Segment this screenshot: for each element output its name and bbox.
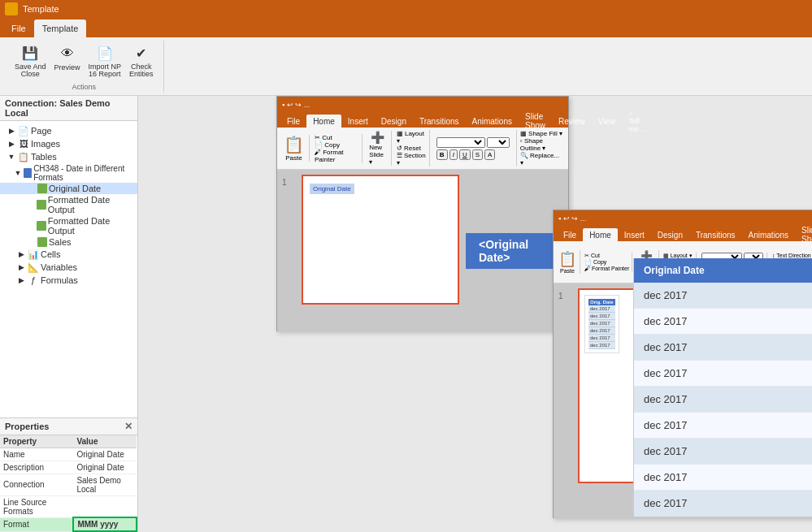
ppt1-cut-btn[interactable]: ✂ Cut: [315, 134, 358, 141]
ppt1-copy-btn[interactable]: 📄 Copy: [315, 141, 358, 149]
tree-item-original-date[interactable]: Original Date: [0, 183, 137, 194]
tree-item-sales[interactable]: Sales: [0, 236, 137, 248]
preview-label: Preview: [54, 63, 80, 71]
ppt1-paste-group: 📋 Paste: [279, 135, 310, 162]
ppt2-copy-btn[interactable]: 📄 Copy: [584, 259, 629, 266]
ppt1-italic-btn[interactable]: I: [449, 149, 458, 160]
ppt1-section-btn[interactable]: ☰ Section ▾: [397, 152, 426, 167]
ppt2-ribbon-tabs: File Home Insert Design Transitions Anim…: [554, 227, 812, 241]
ppt2-tab-animations[interactable]: Animations: [742, 228, 795, 241]
formatted2-icon: [37, 221, 46, 231]
data-table-header: Original Date: [634, 258, 812, 283]
ppt2-title-bar: ▪ ↩ ↪ ...: [554, 210, 812, 227]
data-cell-9: dec 2017: [634, 491, 812, 517]
tree-item-cells[interactable]: ▶ 📊 Cells: [0, 248, 137, 261]
mini-cell-2: dec 2017: [588, 313, 615, 320]
ppt1-paste-icon[interactable]: 📋: [284, 135, 304, 154]
ppt2-cut-btn[interactable]: ✂ Cut: [584, 253, 629, 259]
ppt1-shape-outline-btn[interactable]: ▫ Shape Outline ▾: [520, 137, 563, 152]
ppt2-format-btn[interactable]: 🖌 Format Painter: [584, 266, 629, 271]
tab-file[interactable]: File: [3, 19, 34, 37]
data-cell-1: dec 2017: [634, 283, 812, 309]
prop-format-value[interactable]: MMM yyyy: [73, 517, 137, 531]
main-layout: Connection: Sales Demo Local ▶ 📄 Page ▶ …: [0, 96, 812, 532]
mini-row-2: dec 2017: [588, 313, 615, 320]
prop-row-format: Format MMM yyyy: [0, 517, 137, 531]
ppt1-tab-animations[interactable]: Animations: [466, 115, 519, 128]
ppt1-replace-btn[interactable]: 🔍 Replace... ▾: [520, 152, 563, 167]
ppt2-tab-design[interactable]: Design: [651, 228, 689, 241]
tree-item-ch348[interactable]: ▼ CH348 - Date in Different Formats: [0, 163, 137, 183]
ppt1-font-select[interactable]: [436, 137, 485, 148]
check-entities-button[interactable]: ✔ CheckEntities: [126, 42, 157, 81]
formatted2-label: Formatted Date Output: [48, 216, 137, 236]
tab-template[interactable]: Template: [34, 19, 87, 37]
ppt1-tab-home[interactable]: Home: [306, 115, 341, 128]
save-close-button[interactable]: 💾 Save AndClose: [11, 42, 50, 81]
mini-data-table: Orig. Date dec 2017 dec 2017 dec 2017 de…: [588, 299, 615, 349]
sales-icon: [37, 237, 47, 247]
formatted1-icon: [37, 200, 46, 210]
cells-label: Cells: [41, 249, 60, 259]
tree-item-formulas[interactable]: ▶ ƒ Formulas: [0, 274, 137, 287]
ppt1-reset-btn[interactable]: ↺ Reset: [397, 145, 426, 152]
page-icon: 📄: [18, 125, 29, 136]
mini-row-6: dec 2017: [588, 342, 615, 349]
tree-view: ▶ 📄 Page ▶ 🖼 Images ▼ 📋 Tables ▼ CH348: [0, 121, 137, 417]
ppt1-content: 1 Original Date <Original Date>: [277, 170, 568, 332]
tree-item-images[interactable]: ▶ 🖼 Images: [0, 137, 137, 150]
ppt1-bold-btn[interactable]: B: [436, 149, 448, 160]
ppt1-underline-btn[interactable]: U: [459, 149, 471, 160]
data-row-5: dec 2017: [634, 387, 812, 413]
data-cell-3: dec 2017: [634, 335, 812, 361]
col-value: Value: [73, 435, 137, 448]
ppt2-paste-group: 📋 Paste: [555, 250, 580, 274]
tree-item-formatted2[interactable]: Formatted Date Output: [0, 215, 137, 236]
data-row-1: dec 2017: [634, 283, 812, 309]
prop-format-label: Format: [0, 517, 73, 531]
ppt2-tab-insert[interactable]: Insert: [618, 228, 651, 241]
ppt1-shape-fill-btn[interactable]: ▦ Shape Fill ▾: [520, 130, 563, 137]
prop-row-name: Name Original Date: [0, 448, 137, 461]
prop-row-linesource: Line Source Formats: [0, 495, 137, 517]
properties-panel: Properties ✕ Property Value Name Origina…: [0, 417, 137, 533]
ppt2-tab-slideshow[interactable]: Slide Show: [795, 228, 812, 241]
ppt1-new-slide-btn[interactable]: ➕: [371, 131, 384, 144]
data-cell-2: dec 2017: [634, 309, 812, 335]
tree-item-variables[interactable]: ▶ 📐 Variables: [0, 261, 137, 274]
slide-num-1: 1: [282, 175, 295, 327]
preview-button[interactable]: 👁 Preview: [51, 42, 84, 81]
tree-item-formatted1[interactable]: Formatted Date Output: [0, 194, 137, 215]
ppt1-layout-btn[interactable]: ▦ Layout ▾: [397, 130, 426, 145]
ppt2-tab-file[interactable]: File: [557, 228, 583, 241]
data-cell-4: dec 2017: [634, 361, 812, 387]
ppt2-tab-transitions[interactable]: Transitions: [689, 228, 742, 241]
ppt1-tab-slideshow[interactable]: Slide Show: [519, 115, 552, 128]
ppt1-tab-design[interactable]: Design: [375, 115, 413, 128]
ppt1-slide: Original Date: [302, 175, 459, 305]
ppt2-tab-home[interactable]: Home: [583, 228, 618, 241]
ppt1-tab-review[interactable]: Review: [552, 115, 592, 128]
tree-item-tables[interactable]: ▼ 📋 Tables: [0, 150, 137, 163]
ppt1-format-btn[interactable]: 🖌 Format Painter: [315, 149, 358, 163]
ppt1-tab-transitions[interactable]: Transitions: [413, 115, 466, 128]
ppt1-tab-view[interactable]: View: [592, 115, 623, 128]
ppt1-shadow-btn[interactable]: A: [484, 149, 495, 160]
prop-ls-label: Line Source Formats: [0, 495, 73, 517]
ppt2-paste-icon[interactable]: 📋: [558, 250, 576, 268]
ppt1-strikethrough-btn[interactable]: S: [472, 149, 483, 160]
col-property: Property: [0, 435, 73, 448]
import-np-button[interactable]: 📄 Import NP16 Report: [85, 42, 125, 81]
ppt2-paste-label: Paste: [560, 268, 575, 274]
ppt1-tab-tellme[interactable]: ♪ Tell me...: [622, 115, 651, 128]
properties-close-button[interactable]: ✕: [124, 421, 132, 432]
ppt1-drawing-group: ▦ Shape Fill ▾ ▫ Shape Outline ▾ 🔍 Repla…: [516, 130, 567, 167]
check-label: CheckEntities: [129, 63, 154, 80]
ppt1-tab-file[interactable]: File: [280, 115, 306, 128]
tree-item-page[interactable]: ▶ 📄 Page: [0, 124, 137, 137]
ppt1-size-select[interactable]: [487, 137, 510, 148]
arrow-ch348: ▼: [14, 169, 22, 177]
ribbon-group-label-actions: Actions: [72, 83, 97, 91]
ppt1-tab-insert[interactable]: Insert: [341, 115, 375, 128]
placeholder-tag[interactable]: <Original Date>: [466, 233, 563, 269]
